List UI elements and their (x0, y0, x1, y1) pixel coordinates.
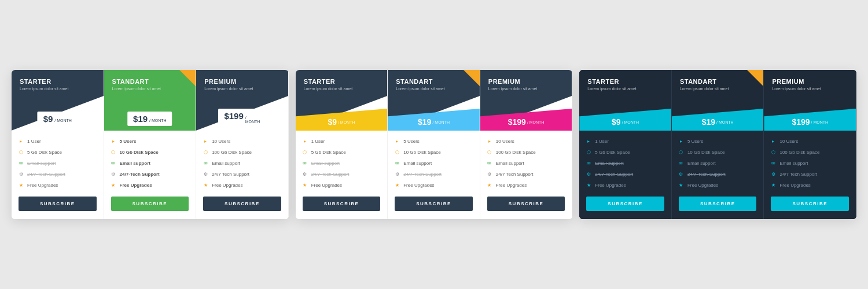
card-title-standart: STANDART (680, 78, 756, 85)
feature-text: Email support (496, 161, 524, 166)
feature-item: ★Free Upgrades (202, 181, 282, 188)
feature-text: 24/7-Tech-Support (595, 172, 633, 177)
price-period-premium: / MONTH (245, 116, 260, 124)
feature-text: 5 Users (403, 139, 420, 144)
card-header-premium: PREMIUMLorem ipsum dolor sit amet$199/ M… (480, 70, 572, 131)
card-title-starter: STARTER (20, 78, 95, 85)
card-header-starter: STARTERLorem ipsum dolor sit amet$9/ MON… (296, 70, 388, 131)
feature-icon: ⚙ (202, 171, 209, 177)
price-period-premium: / MONTH (527, 120, 545, 124)
price-amount-premium: $199 (508, 117, 526, 127)
feature-text: 5 Users (120, 139, 137, 144)
feature-item: ⬡5 Gb Disk Space (585, 149, 665, 155)
feature-item: ⬡5 Gb Disk Space (17, 149, 98, 155)
feature-icon: ★ (486, 181, 493, 188)
page-wrapper: STARTERLorem ipsum dolor sit amet$9/ MON… (0, 53, 868, 236)
card-header-starter: STARTERLorem ipsum dolor sit amet$9/ MON… (12, 70, 104, 131)
pricing-group-2: STARTERLorem ipsum dolor sit amet$9/ MON… (296, 70, 573, 219)
card-starter-group-2: STARTERLorem ipsum dolor sit amet$9/ MON… (296, 70, 388, 219)
feature-item: ⚙24/7-Tech-Support (301, 171, 382, 177)
feature-icon: ▸ (770, 138, 777, 144)
feature-text: 24/7-Tech-Support (311, 172, 350, 177)
subscribe-button-starter[interactable]: SUBSCRIBE (19, 197, 97, 211)
price-period-starter: / MONTH (338, 120, 355, 124)
card-features-premium: ▸10 Users⬡100 Gb Disk Space✉Email suppor… (196, 131, 288, 193)
feature-icon: ▸ (585, 138, 592, 144)
feature-item: ⚙24/7 Tech Support (202, 171, 282, 177)
card-premium-group-3: PREMIUMLorem ipsum dolor sit amet$199/ M… (764, 70, 856, 219)
subscribe-button-starter[interactable]: SUBSCRIBE (586, 197, 664, 211)
feature-item: ✉Email support (770, 160, 850, 166)
feature-icon: ★ (770, 181, 777, 188)
feature-icon: ✉ (110, 160, 117, 166)
feature-icon: ⚙ (301, 171, 308, 177)
card-header-starter: STARTERLorem ipsum dolor sit amet$9/ MON… (579, 70, 671, 131)
card-standart-group-3: STANDARTLorem ipsum dolor sit amet$19/ M… (672, 70, 764, 219)
subscribe-button-standart[interactable]: SUBSCRIBE (395, 197, 473, 211)
feature-icon: ⬡ (486, 149, 493, 155)
card-features-premium: ▸10 Users⬡100 Gb Disk Space✉Email suppor… (764, 131, 856, 193)
feature-text: 10 Gb Disk Space (687, 150, 724, 155)
feature-icon: ✉ (770, 160, 777, 166)
card-subtitle-standart: Lorem ipsum dolor sit amet (680, 87, 756, 91)
feature-text: Email-support (311, 161, 340, 166)
feature-item: ▸1 User (17, 138, 98, 144)
feature-icon: ▸ (393, 138, 400, 144)
card-subtitle-premium: Lorem ipsum dolor sit amet (772, 87, 848, 91)
feature-item: ✉Email-support (17, 160, 98, 166)
price-period-starter: / MONTH (622, 120, 639, 124)
card-features-premium: ▸10 Users⬡100 Gb Disk Space✉Email suppor… (480, 131, 572, 193)
pricing-group-3: STARTERLorem ipsum dolor sit amet$9/ MON… (579, 70, 856, 219)
feature-icon: ✉ (678, 160, 685, 166)
feature-icon: ⚙ (393, 171, 400, 177)
feature-icon: ✉ (17, 160, 24, 166)
feature-icon: ▸ (202, 138, 209, 144)
feature-text: Free Upgrades (779, 183, 810, 188)
feature-text: 10 Gb Disk Space (403, 150, 440, 155)
feature-icon: ⬡ (202, 149, 209, 155)
feature-item: ▸5 Users (110, 138, 190, 144)
subscribe-button-premium[interactable]: SUBSCRIBE (203, 197, 281, 211)
card-ribbon-standart (747, 70, 763, 86)
card-header-standart: STANDARTLorem ipsum dolor sit amet$19/ M… (104, 70, 196, 131)
feature-text: Email support (120, 161, 150, 166)
feature-icon: ⬡ (585, 149, 592, 155)
feature-text: Email support (779, 161, 808, 166)
card-premium-group-2: PREMIUMLorem ipsum dolor sit amet$199/ M… (480, 70, 573, 219)
feature-text: Free Upgrades (311, 183, 342, 188)
card-subtitle-starter: Lorem ipsum dolor sit amet (304, 87, 380, 91)
feature-item: ▸10 Users (770, 138, 850, 144)
feature-item: ⚙24/7 Tech Support (770, 171, 850, 177)
feature-icon: ✉ (585, 160, 592, 166)
feature-icon: ★ (17, 181, 24, 188)
subscribe-button-premium[interactable]: SUBSCRIBE (771, 197, 849, 211)
feature-item: ★Free Upgrades (17, 181, 98, 188)
card-header-standart: STANDARTLorem ipsum dolor sit amet$19/ M… (672, 70, 764, 131)
feature-icon: ⚙ (770, 171, 777, 177)
subscribe-button-standart[interactable]: SUBSCRIBE (111, 197, 189, 211)
feature-icon: ★ (110, 181, 117, 188)
price-amount-standart: $19 (418, 117, 431, 127)
feature-text: Free Upgrades (496, 183, 527, 188)
card-features-standart: ▸5 Users⬡10 Gb Disk Space✉Email support⚙… (104, 131, 196, 193)
card-title-standart: STANDART (396, 78, 472, 85)
feature-text: Free Upgrades (27, 183, 58, 188)
feature-icon: ⚙ (585, 171, 592, 177)
subscribe-button-premium[interactable]: SUBSCRIBE (487, 197, 565, 211)
feature-item: ⬡100 Gb Disk Space (770, 149, 850, 155)
feature-text: 1 User (595, 139, 609, 144)
feature-item: ✉Email-support (585, 160, 665, 166)
feature-item: ⚙24/7-Tech Support (110, 171, 190, 177)
price-amount-starter: $9 (328, 117, 337, 127)
feature-icon: ⚙ (486, 171, 493, 177)
feature-item: ⚙24/7 Tech Support (486, 171, 567, 177)
subscribe-button-standart[interactable]: SUBSCRIBE (679, 197, 757, 211)
feature-text: Free Upgrades (687, 183, 718, 188)
card-header-premium: PREMIUMLorem ipsum dolor sit amet$199/ M… (196, 70, 288, 131)
price-period-standart: / MONTH (432, 120, 450, 124)
subscribe-button-starter[interactable]: SUBSCRIBE (303, 197, 381, 211)
feature-icon: ⬡ (301, 149, 308, 155)
card-features-standart: ▸5 Users⬡10 Gb Disk Space✉Email support⚙… (672, 131, 764, 193)
feature-text: Free Upgrades (212, 183, 242, 188)
feature-icon: ▸ (17, 138, 24, 144)
